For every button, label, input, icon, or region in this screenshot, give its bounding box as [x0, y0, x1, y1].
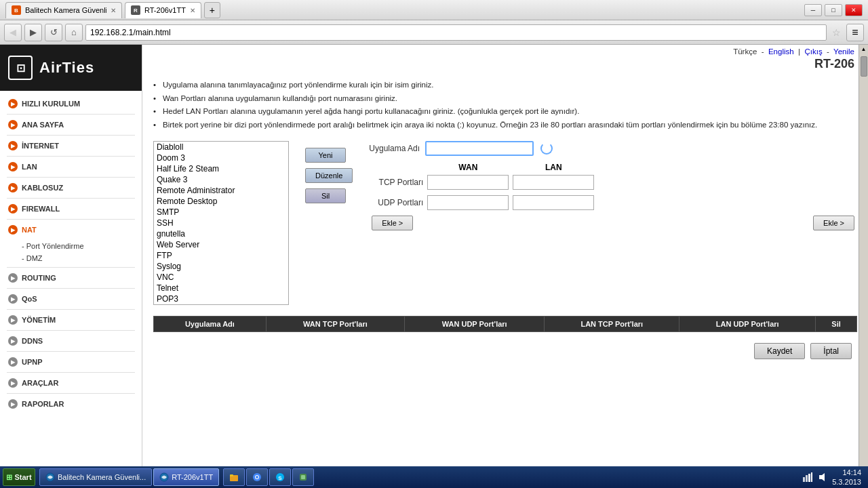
- sidebar-subitem-port[interactable]: - Port Yönlendirme: [22, 240, 142, 252]
- taskbar-apps-tray: S: [220, 468, 317, 486]
- arrow-icon: ▶: [8, 357, 18, 367]
- yeni-button[interactable]: Yeni: [305, 148, 346, 163]
- skype-icon: S: [275, 472, 285, 482]
- app-name-input[interactable]: [425, 141, 534, 156]
- udp-wan-input[interactable]: [427, 195, 509, 210]
- svg-rect-11: [803, 477, 805, 482]
- sidebar-label-araclar: ARAÇLAR: [22, 379, 58, 387]
- sidebar-item-qos[interactable]: ▶ QoS: [0, 290, 142, 308]
- minimize-button[interactable]: ─: [804, 4, 822, 16]
- tray-date-value: 5.3.2013: [832, 477, 861, 487]
- arrow-icon: ▶: [8, 204, 18, 214]
- tab2-close-icon[interactable]: ✕: [190, 7, 195, 14]
- tray-volume-icon: [817, 472, 828, 483]
- info-line-4: Birtek port yerine bir dizi port yönlend…: [153, 119, 857, 132]
- title-bar: B Balitech Kamera Güvenli... ✕ R RT-206v…: [0, 0, 868, 20]
- tcp-wan-input[interactable]: [427, 175, 509, 190]
- port-header-row: WAN LAN: [369, 163, 857, 172]
- tray-time: 14:14 5.3.2013: [832, 468, 861, 487]
- taskbar-app-rt[interactable]: RT-206v1TT: [153, 468, 219, 486]
- taskbar-app-chrome[interactable]: [246, 468, 268, 486]
- sidebar-item-nat[interactable]: ▶ NAT: [0, 221, 142, 239]
- forward-button[interactable]: ▶: [24, 24, 42, 41]
- taskbar-app-files[interactable]: [223, 468, 245, 486]
- lang-turkish[interactable]: Türkçe: [733, 47, 757, 56]
- maximize-button[interactable]: □: [825, 4, 842, 16]
- start-button[interactable]: ⊞ Start: [3, 468, 35, 486]
- sidebar-item-yonetim[interactable]: ▶ YÖNETİM: [0, 311, 142, 329]
- sidebar-item-upnp[interactable]: ▶ UPNP: [0, 353, 142, 371]
- back-button[interactable]: ◀: [4, 24, 22, 41]
- arrow-icon: ▶: [8, 120, 18, 129]
- lang-sep2: |: [798, 47, 800, 56]
- taskbar-app-skype[interactable]: S: [269, 468, 291, 486]
- sidebar-item-internet[interactable]: ▶ İNTERNET: [0, 137, 142, 155]
- sidebar-item-kablosuz[interactable]: ▶ KABLOSUZ: [0, 179, 142, 197]
- refresh-button[interactable]: ↺: [45, 24, 62, 41]
- sidebar-item-firewall[interactable]: ▶ FIREWALL: [0, 200, 142, 218]
- scroll-thumb[interactable]: [861, 56, 867, 77]
- sidebar-label-upnp: UPNP: [22, 358, 43, 366]
- ie-icon: [45, 472, 55, 482]
- main-content: Türkçe - English | Çıkış - Yenile RT-206…: [142, 45, 868, 488]
- app-name-row: Uygulama Adı: [369, 141, 857, 156]
- sidebar-item-ana-sayfa[interactable]: ▶ ANA SAYFA: [0, 116, 142, 134]
- sidebar-header: ⊡ AirTies: [0, 45, 142, 91]
- form-controls: Yeni Düzenle Sil: [305, 141, 353, 203]
- sidebar-item-raporlar[interactable]: ▶ RAPORLAR: [0, 395, 142, 413]
- arrow-icon: ▶: [8, 378, 18, 388]
- th-lan-tcp: LAN TCP Port'ları: [545, 317, 679, 332]
- svg-rect-3: [230, 474, 233, 476]
- arrow-icon: ▶: [8, 141, 18, 150]
- new-tab-button[interactable]: +: [204, 2, 220, 18]
- tray-network-icon: [802, 472, 813, 483]
- home-button[interactable]: ⌂: [65, 24, 83, 41]
- taskbar-app-ie[interactable]: Balitech Kamera Güvenli...: [39, 468, 152, 486]
- tab-2[interactable]: R RT-206v1TT ✕: [125, 2, 201, 18]
- lang-english[interactable]: English: [768, 47, 794, 56]
- iptal-button[interactable]: İptal: [810, 343, 852, 359]
- page-wrapper: ⊡ AirTies ▶ HIZLI KURULUM ▶ ANA SAYFA ▶ …: [0, 45, 868, 488]
- ie-icon2: [159, 472, 169, 482]
- scroll-up-icon[interactable]: ▲: [860, 45, 868, 54]
- tab-1[interactable]: B Balitech Kamera Güvenli... ✕: [5, 2, 122, 18]
- action-refresh[interactable]: Yenile: [833, 47, 854, 56]
- app-list[interactable]: DiablollDoom 3Half Life 2 SteamQuake 3Re…: [154, 142, 288, 304]
- sidebar-item-lan[interactable]: ▶ LAN: [0, 158, 142, 176]
- right-form: Uygulama Adı WAN LAN TCP Portları UDP Po: [369, 141, 857, 230]
- th-app-name: Uygulama Adı: [154, 317, 267, 332]
- sidebar-item-ddns[interactable]: ▶ DDNS: [0, 332, 142, 350]
- tcp-lan-input[interactable]: [513, 175, 594, 190]
- ekle-lan-button[interactable]: Ekle >: [813, 216, 854, 230]
- sidebar-label-ddns: DDNS: [22, 337, 43, 345]
- udp-lan-input[interactable]: [513, 195, 594, 210]
- app-icon: [298, 472, 308, 482]
- sil-button[interactable]: Sil: [305, 188, 346, 203]
- sidebar-item-routing[interactable]: ▶ ROUTING: [0, 269, 142, 287]
- sidebar-item-hizli-kurulum[interactable]: ▶ HIZLI KURULUM: [0, 95, 142, 113]
- taskbar-app-other[interactable]: [292, 468, 314, 486]
- form-area: DiablollDoom 3Half Life 2 SteamQuake 3Re…: [153, 141, 857, 305]
- tab1-close-icon[interactable]: ✕: [111, 7, 116, 14]
- sidebar-item-araclar[interactable]: ▶ ARAÇLAR: [0, 374, 142, 392]
- kaydet-button[interactable]: Kaydet: [754, 343, 805, 359]
- arrow-icon: ▶: [8, 273, 18, 283]
- tray-time-value: 14:14: [832, 468, 861, 477]
- address-bar[interactable]: [85, 24, 827, 41]
- info-line-3: Hedef LAN Portları alanına uygulamanın y…: [153, 105, 857, 119]
- arrow-icon: ▶: [8, 99, 18, 108]
- sidebar-label-firewall: FIREWALL: [22, 205, 60, 213]
- action-exit[interactable]: Çıkış: [804, 47, 822, 56]
- sidebar-nav: ▶ HIZLI KURULUM ▶ ANA SAYFA ▶ İNTERNET ▶…: [0, 91, 142, 417]
- close-button[interactable]: ✕: [845, 4, 863, 16]
- menu-button[interactable]: ≡: [846, 24, 864, 41]
- bookmark-icon[interactable]: ☆: [829, 27, 844, 38]
- lang-sep: -: [762, 47, 764, 56]
- sidebar-subitem-dmz[interactable]: - DMZ: [22, 252, 142, 264]
- scrollbar[interactable]: ▲ ▼: [859, 45, 868, 488]
- ekle-row: Ekle > Ekle >: [369, 216, 857, 230]
- arrow-icon: ▶: [8, 399, 18, 409]
- ekle-wan-button[interactable]: Ekle >: [372, 216, 413, 230]
- taskbar-label-2: RT-206v1TT: [172, 473, 213, 481]
- duzenle-button[interactable]: Düzenle: [305, 168, 353, 183]
